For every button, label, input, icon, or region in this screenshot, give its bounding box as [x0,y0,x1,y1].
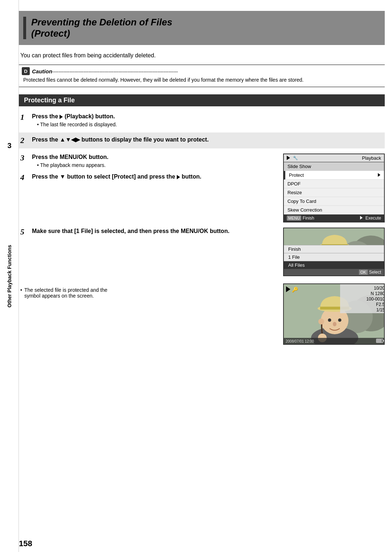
svg-rect-36 [377,339,382,342]
caution-label: Caution---------------------------------… [32,68,178,74]
step-5-left: 5 Make sure that [1 File] is selected, a… [19,228,276,241]
bottom-section: • The selected file is protected and the… [19,283,385,345]
protect-arrow-icon [378,173,380,177]
camera-select-screen: Finish 1 File All Files OK Select [283,228,385,276]
playback-photo-area: 10/20 N 1280 100-0010 F2.5 1/15 🔑 [284,284,384,344]
menu-footer-left: MENU Finish [287,216,314,221]
svg-point-20 [338,318,342,322]
step-1-main: Press the (Playback) button. [32,113,385,120]
step-5-content: Make sure that [1 File] is selected, and… [32,228,276,235]
select-overlay: Finish 1 File All Files OK Select [284,245,384,275]
title-block: Preventing the Deletion of Files (Protec… [19,11,385,45]
menu-footer-right: Execute [360,216,381,221]
title-line1: Preventing the Deletion of Files [31,17,172,28]
step-2-content: Press the ▲▼◀▶ buttons to display the fi… [32,136,383,144]
step-1-content: Press the (Playback) button. The last fi… [32,113,385,127]
ok-button-label: OK [359,270,368,275]
step-4: 4 Press the ▼ button to select [Protect]… [19,173,276,182]
menu-screenshot: 🔧 Playback Slide Show Protect DPOF [283,154,385,222]
intro-text: You can protect files from being acciden… [19,52,385,59]
svg-point-19 [328,318,331,322]
svg-point-21 [333,322,336,326]
svg-text:10/20: 10/20 [374,286,384,291]
play-icon [287,156,290,160]
svg-text:F2.5: F2.5 [376,302,384,307]
caution-body: Protected files cannot be deleted normal… [22,77,382,84]
step-5-section: 5 Make sure that [1 File] is selected, a… [19,228,385,276]
title-accent-bar [23,17,26,39]
menu-item-slideshow: Slide Show [284,162,384,171]
step-1-sub: The last file recorded is displayed. [32,122,385,127]
page-number: 158 [19,539,32,548]
svg-text:1/15: 1/15 [376,307,384,312]
step-3: 3 Press the MENU/OK button. The playback… [19,154,276,168]
step-num-5: 5 [20,228,32,236]
main-content: Preventing the Deletion of Files (Protec… [19,11,385,537]
step-3-main: Press the MENU/OK button. [32,154,276,161]
svg-text:2008/07/01  12:00: 2008/07/01 12:00 [286,339,314,343]
step-3-sub: The playback menu appears. [32,162,276,168]
title-line2: (Protect) [31,28,172,39]
menu-header-left: 🔧 [287,156,298,160]
svg-rect-35 [383,340,384,342]
camera-playback-screen: 10/20 N 1280 100-0010 F2.5 1/15 🔑 [283,283,385,345]
step-num-4: 4 [20,173,32,182]
menu-item-resize: Resize [284,188,384,197]
menu-header: 🔧 Playback [284,154,384,162]
sidebar: 3 Other Playback Functions [0,0,19,552]
menu-item-protect: Protect [284,171,384,180]
svg-text:100-0010: 100-0010 [366,297,384,302]
select-item-allfiles: All Files [284,261,384,269]
menu-item-skew: Skew Correction [284,206,384,214]
select-item-finish: Finish [284,245,384,253]
step-num-2: 2 [20,136,32,145]
caution-title-row: D Caution-------------------------------… [22,67,382,75]
camera-menu: 🔧 Playback Slide Show Protect DPOF [283,154,385,222]
note-text: The selected file is protected and the s… [24,287,107,299]
chapter-number: 3 [0,142,19,150]
steps-3-4-left: 3 Press the MENU/OK button. The playback… [19,154,276,187]
step-num-3: 3 [20,154,32,162]
playback-screenshot: 10/20 N 1280 100-0010 F2.5 1/15 🔑 [283,283,385,345]
select-footer-text: Select [369,270,381,275]
step-2: 2 Press the ▲▼◀▶ buttons to display the … [19,132,385,148]
menu-header-label: Playback [362,155,381,161]
menu-footer: MENU Finish Execute [284,214,384,222]
step-5-main: Make sure that [1 File] is selected, and… [32,228,276,235]
menu-item-copy: Copy To Card [284,197,384,206]
select-item-1file: 1 File [284,253,384,261]
note-bullet: • [20,287,22,293]
step-3-content: Press the MENU/OK button. The playback m… [32,154,276,168]
page: 3 Other Playback Functions Preventing th… [0,0,392,552]
step-2-main: Press the ▲▼◀▶ buttons to display the fi… [32,136,383,144]
step-5: 5 Make sure that [1 File] is selected, a… [19,228,276,236]
menu-btn: MENU [287,216,301,221]
caution-box: D Caution-------------------------------… [19,65,385,87]
step-4-main: Press the ▼ button to select [Protect] a… [32,173,276,181]
caution-icon: D [22,67,30,75]
step-num-1: 1 [20,113,32,122]
bottom-note-area: • The selected file is protected and the… [19,283,276,299]
step-1: 1 Press the (Playback) button. The last … [19,113,385,127]
step-4-content: Press the ▼ button to select [Protect] a… [32,173,276,181]
svg-text:N 1280: N 1280 [371,291,384,296]
section-header: Protecting a File [19,94,385,106]
steps-3-4-section: 3 Press the MENU/OK button. The playback… [19,154,385,222]
sidebar-label: Other Playback Functions [7,245,12,307]
menu-item-dpof: DPOF [284,180,384,188]
photo-area: Finish 1 File All Files OK Select [284,228,384,275]
execute-arrow-icon [360,216,363,220]
title-text: Preventing the Deletion of Files (Protec… [31,17,172,39]
select-screenshot: Finish 1 File All Files OK Select [283,228,385,276]
playback-svg: 10/20 N 1280 100-0010 F2.5 1/15 🔑 [284,284,384,344]
bottom-note: • The selected file is protected and the… [19,287,276,299]
menu-mode-icon: 🔧 [293,156,298,160]
svg-text:🔑: 🔑 [292,287,298,293]
select-footer: OK Select [284,269,384,275]
svg-point-22 [318,319,324,324]
